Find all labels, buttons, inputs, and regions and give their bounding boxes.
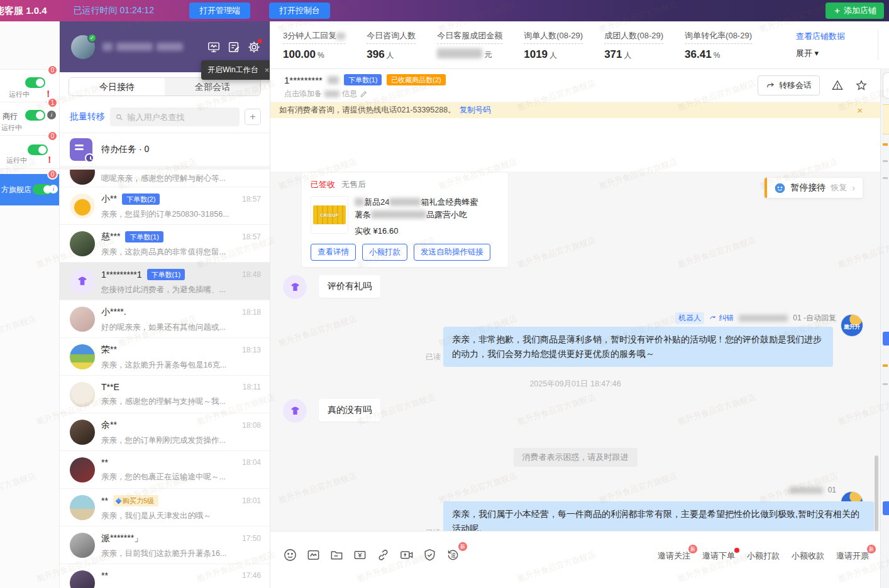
composer: 退 新 邀请关注新 邀请下单 小额打款 小额收款 邀请开票新 (270, 531, 880, 588)
shop-card[interactable]: 0 运行中 ！ (0, 136, 59, 169)
message-preview: 亲亲，目前我们这款脆升升薯条16... (101, 548, 261, 559)
message-preview: 您接待过此消费者，为避免插嘴、... (101, 285, 261, 295)
run-toggle[interactable] (28, 144, 48, 155)
shield-check-icon[interactable] (422, 548, 437, 562)
stat-consult-count: 今日咨询人数 396人 (367, 30, 416, 61)
refresh-icon (709, 315, 717, 322)
list-item[interactable]: **18:04 亲亲，您的包裹正在运输途中呢～... (60, 451, 270, 489)
search-input[interactable] (127, 112, 235, 122)
open-console-button[interactable]: 打开控制台 (269, 3, 330, 19)
list-item[interactable]: 荣**18:13 亲亲，这款脆升升薯条每包是16克... (60, 338, 270, 376)
expand-toggle[interactable]: 展开 ▾ (796, 48, 845, 59)
contact-name: 小** (101, 193, 117, 205)
link-icon[interactable] (376, 548, 390, 562)
folder-icon[interactable] (329, 548, 344, 562)
avatar (70, 307, 95, 332)
invite-order-link[interactable]: 邀请下单 (702, 550, 735, 562)
tshirt-icon (289, 281, 301, 293)
avatar (70, 533, 95, 558)
timestamp: 18:04 (242, 458, 261, 467)
todo-tasks-row[interactable]: 待办任务 · 0 (60, 133, 270, 170)
favorited-count-badge: 已收藏商品数(2) (387, 74, 445, 85)
batch-transfer-link[interactable]: 批量转移 (70, 111, 105, 122)
contact-name: 慈*** (101, 231, 120, 242)
invite-invoice-link[interactable]: 邀请开票新 (836, 550, 869, 562)
add-conversation-button[interactable]: + (245, 109, 261, 125)
scrollbar-thumb[interactable] (875, 455, 878, 537)
list-item[interactable]: 慈***下单数(1)18:57 亲亲，这款商品真的非常值得您留... (60, 225, 270, 263)
star-icon[interactable] (855, 79, 868, 92)
account-avatar[interactable]: ✓ (71, 35, 95, 59)
list-item[interactable]: 余**18:08 亲亲，您的订单刚刚完成发货操作... (60, 413, 270, 451)
info-icon[interactable]: i (49, 185, 58, 193)
notification-dot (734, 548, 739, 553)
timestamp: 18:57 (242, 232, 261, 241)
small-payment-link[interactable]: 小额打款 (747, 550, 780, 562)
buying-power-badge: 购买力5级 (113, 495, 158, 506)
list-item-selected[interactable]: 1*********1下单数(1)18:48 您接待过此消费者，为避免插嘴、..… (60, 263, 270, 300)
customer-message: 真的没有吗 (319, 399, 380, 422)
stat-deal-amount: 今日客服成团金额 元 (437, 30, 502, 60)
agent-id-label: 01 (828, 486, 836, 494)
small-payment-button[interactable]: 小额打款 (362, 244, 407, 261)
small-collect-link[interactable]: 小额收款 (792, 550, 824, 562)
resume-link[interactable]: 恢复 (831, 182, 847, 193)
view-detail-button[interactable]: 查看详情 (311, 244, 356, 261)
list-item[interactable]: 嗯呢亲亲，感谢您的理解与耐心等... (60, 170, 270, 187)
list-item[interactable]: T**E18:11 亲亲，感谢您的理解与支持呢～我... (60, 376, 270, 413)
open-admin-button[interactable]: 打开管理端 (189, 3, 250, 19)
plus-icon: ＋ (833, 6, 841, 15)
tab-today-reception[interactable]: 今日接待 (69, 78, 165, 95)
todo-list-icon (70, 138, 92, 161)
list-item[interactable]: 小**下单数(2)18:57 亲亲，您提到的订单250830-31856... (60, 187, 270, 225)
conversation-tabs: 今日接待 全部会话 (69, 77, 261, 96)
notice-close-icon[interactable]: × (857, 105, 863, 116)
note-edit-icon[interactable] (227, 40, 241, 54)
screen-share-icon[interactable] (399, 548, 414, 562)
conversation-header: 1********* 下单数(1) 已收藏商品数(2) 点击添加备信息 转移会话 (270, 69, 880, 102)
settings-gear-icon[interactable] (247, 40, 261, 54)
clock-icon (85, 153, 94, 163)
product-title: 新品24箱礼盒经典蜂蜜 薯条品露营小吃 (355, 196, 478, 221)
message-preview: 亲亲，您的订单刚刚完成发货操作... (101, 435, 261, 446)
auto-reply-label: 01 -自动回复 (793, 313, 836, 324)
timestamp: 18:11 (243, 383, 261, 391)
list-item[interactable]: **购买力5级18:01 亲亲，我们是从天津发出的哦～ (60, 489, 270, 526)
tab-all-sessions[interactable]: 全部会话 (165, 78, 260, 95)
new-badge: 新 (688, 545, 697, 553)
pause-reception-pill[interactable]: 暂停接待 恢复 › (765, 178, 863, 198)
workbench-monitor-icon[interactable] (207, 40, 221, 54)
run-toggle[interactable] (25, 110, 45, 121)
reply-meta: 机器人 纠错 01 -自动回复 (675, 312, 836, 324)
list-item[interactable]: **17:46 (60, 564, 270, 588)
self-service-link-button[interactable]: 发送自助操作链接 (414, 244, 490, 261)
list-toolbar: 批量转移 + (60, 100, 270, 133)
correction-link[interactable]: 纠错 (709, 313, 734, 324)
shop-card-active[interactable]: 0 方旗舰店 i (0, 174, 59, 205)
image-icon[interactable] (306, 548, 321, 562)
tooltip-close-icon[interactable]: × (265, 65, 270, 75)
warning-icon[interactable] (831, 79, 844, 92)
order-count-badge: 下单数(2) (122, 193, 160, 205)
unread-count-badge: 0 (47, 169, 58, 180)
list-item[interactable]: 小****.18:18 好的呢亲亲，如果还有其他问题或... (60, 300, 270, 338)
message-preview: 亲亲，这款商品真的非常值得您留... (101, 247, 261, 258)
add-shop-button[interactable]: ＋添加店铺 (826, 3, 884, 19)
coupon-icon[interactable] (353, 548, 367, 562)
list-item[interactable]: 派*******」17:50 亲亲，目前我们这款脆升升薯条16... (60, 526, 270, 564)
new-badge: 新 (458, 542, 467, 551)
refund-icon[interactable]: 退 新 (446, 548, 460, 562)
top-bar: 能客服 1.0.4 已运行时间 01:24:12 打开管理端 打开控制台 ＋添加… (0, 0, 889, 21)
invite-follow-link[interactable]: 邀请关注新 (658, 550, 690, 562)
view-shop-data-link[interactable]: 查看店铺数据 (796, 31, 845, 42)
copy-number-link[interactable]: 复制号码 (460, 105, 491, 116)
stat-inquiry-count: 询单人数(08-29) 1019人 (524, 30, 583, 61)
message-preview: 亲亲，您提到的订单250830-31856... (101, 209, 261, 220)
agent-reply: 亲亲，非常抱歉，我们商品是薄利多销，暂时没有评价补贴的活动呢！您的评价鼓励是我们… (443, 327, 833, 367)
order-status-aftersale: 无售后 (341, 180, 366, 189)
avatar (70, 495, 95, 520)
run-toggle[interactable] (25, 77, 45, 88)
info-icon[interactable]: i (47, 111, 56, 119)
transfer-session-button[interactable]: 转移会话 (758, 75, 820, 95)
emoji-icon[interactable] (283, 548, 297, 562)
